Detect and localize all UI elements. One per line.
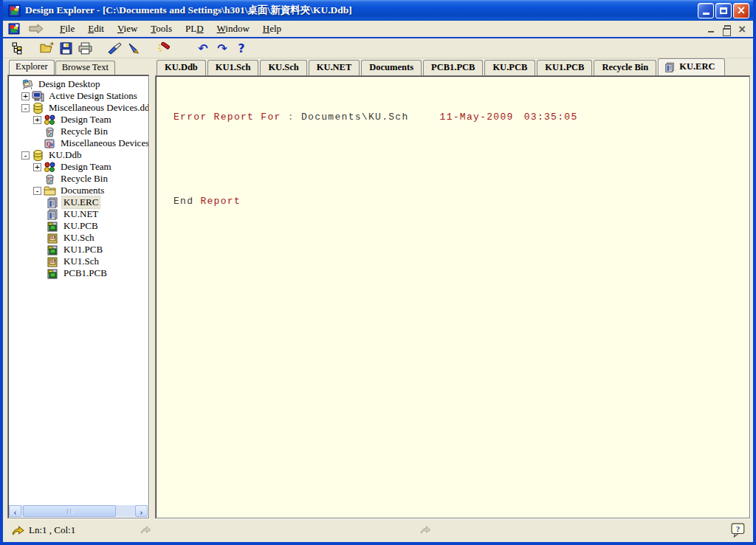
schematic-document-icon	[47, 233, 59, 244]
explorer-toggle-button[interactable]	[7, 39, 27, 57]
tree-horizontal-scrollbar[interactable]: ‹ ›	[9, 505, 148, 517]
design-explorer-window: Design Explorer - [C:\Documents and Sett…	[0, 0, 756, 545]
menu-edit[interactable]: Edit	[81, 21, 111, 36]
tree-item-ku1-sch[interactable]: KU1.Sch	[10, 256, 148, 267]
maximize-icon	[720, 7, 727, 14]
redo-icon: ↷	[217, 41, 227, 55]
floppy-save-icon	[60, 42, 72, 55]
doc-tab-ku-sch[interactable]: KU.Sch	[260, 60, 306, 75]
doc-tab-ku1-pcb[interactable]: KU1.PCB	[537, 60, 592, 75]
tree-item-ku-pcb[interactable]: KU.PCB	[10, 220, 148, 232]
tree-item-documents[interactable]: - Documents	[10, 185, 148, 196]
expand-plus-icon[interactable]: +	[21, 92, 30, 100]
app-icon[interactable]	[7, 23, 21, 35]
print-button[interactable]	[75, 39, 94, 57]
expand-plus-icon[interactable]: +	[33, 163, 41, 171]
menu-window[interactable]: Window	[210, 21, 256, 36]
tree-item-active-design-stations[interactable]: + Active Design Stations	[10, 90, 148, 102]
doc-tab-recycle-bin[interactable]: Recycle Bin	[594, 60, 656, 75]
mdi-close-button[interactable]: ×	[735, 23, 749, 35]
tree-item-miscellaneous-devices-ddb[interactable]: - Miscellaneous Devices.ddb	[10, 102, 148, 114]
status-divider-arrow-icon	[140, 526, 151, 534]
draw-tool-button[interactable]	[124, 39, 143, 57]
save-button[interactable]	[56, 39, 75, 57]
title-bar: Design Explorer - [C:\Documents and Sett…	[3, 0, 753, 21]
expand-plus-icon[interactable]: +	[33, 116, 41, 124]
help-icon: ?	[238, 41, 244, 55]
help-balloon-icon	[731, 523, 746, 538]
scroll-left-button[interactable]: ‹	[9, 505, 21, 517]
explorer-panel: Explorer Browse Text Design Desktop + Ac…	[7, 59, 149, 518]
tree-item-miscellaneous-devices-lib[interactable]: Miscellaneous Devices.lib	[10, 137, 148, 149]
tree-item-design-team-2[interactable]: + Design Team	[10, 161, 148, 173]
tab-browse-text[interactable]: Browse Text	[55, 61, 115, 75]
tree-item-ku-sch[interactable]: KU.Sch	[10, 232, 148, 244]
scrollbar-track[interactable]	[21, 505, 135, 517]
menu-view[interactable]: View	[111, 21, 144, 36]
pen-icon	[127, 42, 141, 55]
close-button[interactable]: ×	[733, 3, 749, 18]
workspace: Explorer Browse Text Design Desktop + Ac…	[3, 58, 753, 521]
collapse-minus-icon[interactable]: -	[33, 187, 41, 195]
context-help-button[interactable]	[731, 523, 746, 538]
tree-item-design-team-1[interactable]: + Design Team	[10, 114, 148, 126]
undo-button[interactable]: ↶	[193, 39, 213, 57]
collapse-minus-icon[interactable]: -	[21, 151, 30, 160]
mdi-close-icon: ×	[738, 23, 746, 35]
help-button[interactable]: ?	[232, 39, 251, 57]
app-logo-icon	[7, 4, 21, 17]
design-tree: Design Desktop + Active Design Stations …	[7, 75, 149, 518]
cut-tool-button[interactable]	[105, 39, 124, 57]
menu-drop-arrow-icon[interactable]	[28, 24, 44, 34]
report-time: 03:35:05	[524, 112, 578, 123]
tree-item-recycle-bin-2[interactable]: Recycle Bin	[10, 173, 148, 185]
maximize-button[interactable]	[715, 3, 732, 18]
netlist-document-icon	[47, 209, 59, 220]
doc-tab-documents[interactable]: Documents	[361, 60, 422, 75]
menu-help[interactable]: Help	[256, 21, 288, 36]
magic-wand-icon	[157, 42, 171, 55]
menu-pld[interactable]: PLD	[179, 21, 210, 36]
tree-item-ku-net[interactable]: KU.NET	[10, 208, 148, 220]
database-icon	[32, 150, 44, 161]
collapse-minus-icon[interactable]: -	[21, 104, 30, 112]
menu-tools[interactable]: Tools	[144, 21, 179, 36]
tab-explorer[interactable]: Explorer	[9, 60, 55, 75]
doc-tab-pcb1-pcb[interactable]: PCB1.PCB	[423, 60, 483, 75]
tree-item-ku1-pcb[interactable]: KU1.PCB	[10, 244, 148, 256]
mdi-restore-button[interactable]	[720, 23, 733, 35]
mdi-minimize-button[interactable]	[704, 23, 718, 35]
recycle-bin-icon	[44, 126, 56, 137]
doc-tab-ku-erc[interactable]: KU.ERC	[658, 58, 724, 75]
doc-tab-ku-net[interactable]: KU.NET	[309, 60, 360, 75]
schematic-document-icon	[47, 256, 59, 267]
doc-tab-ku-pcb[interactable]: KU.PCB	[484, 60, 535, 75]
mdi-minimize-icon	[708, 31, 714, 32]
open-document-button[interactable]	[37, 39, 56, 57]
report-document-icon	[47, 197, 59, 208]
minimize-button[interactable]	[698, 3, 714, 18]
tree-item-ku-erc[interactable]: KU.ERC	[10, 196, 148, 208]
pcb-document-icon	[47, 221, 59, 232]
report-date: 11-May-2009	[440, 112, 514, 123]
knife-icon	[108, 42, 122, 55]
doc-tab-ku1-sch[interactable]: KU1.Sch	[207, 60, 259, 75]
recycle-bin-icon	[44, 174, 56, 185]
window-title: Design Explorer - [C:\Documents and Sett…	[25, 4, 698, 17]
doc-tab-ku-ddb[interactable]: KU.Ddb	[157, 60, 206, 75]
redo-button[interactable]: ↷	[213, 39, 232, 57]
pcb-document-icon	[47, 268, 59, 279]
scroll-right-button[interactable]: ›	[135, 505, 148, 517]
erc-wand-button[interactable]	[154, 39, 173, 57]
error-report-view[interactable]: Error Report For : Documents\KU.Sch11-Ma…	[155, 75, 750, 518]
explorer-toggle-icon	[11, 42, 24, 55]
tree-item-design-desktop[interactable]: Design Desktop	[10, 78, 148, 90]
pcb-document-icon	[47, 244, 59, 256]
explorer-tab-bar: Explorer Browse Text	[7, 59, 149, 75]
tree-item-ku-ddb[interactable]: - KU.Ddb	[10, 149, 148, 161]
tree-item-pcb1-pcb[interactable]: PCB1.PCB	[10, 267, 148, 279]
scrollbar-thumb[interactable]	[23, 505, 116, 517]
menu-file[interactable]: File	[53, 21, 81, 36]
status-divider-arrow-icon	[420, 526, 431, 534]
tree-item-recycle-bin-1[interactable]: Recycle Bin	[10, 126, 148, 137]
